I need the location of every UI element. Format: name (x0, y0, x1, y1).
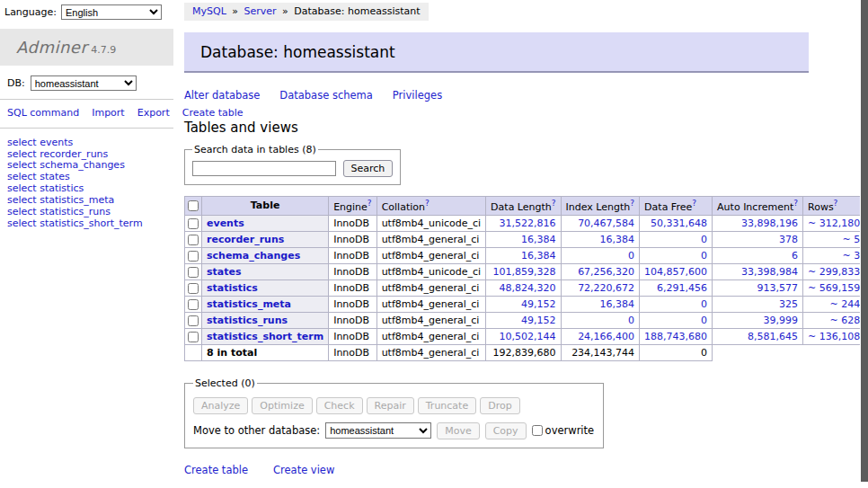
table-row: statistics_runsInnoDButf8mb4_general_ci4… (185, 312, 868, 328)
help-icon[interactable]: ? (692, 199, 696, 208)
truncate-button[interactable]: Truncate (418, 397, 476, 414)
tables-list-header: TableEngine?Collation?Data Length?Index … (185, 197, 868, 216)
analyze-button[interactable]: Analyze (193, 397, 248, 414)
selected-legend: Selected (0) (193, 377, 257, 389)
create-table-link[interactable]: Create table (184, 464, 248, 476)
engine-cell: InnoDB (329, 247, 376, 263)
db-select[interactable]: homeassistant (31, 75, 137, 91)
help-icon[interactable]: ? (425, 199, 430, 208)
table-row: recorder_runsInnoDButf8mb4_general_ci16,… (185, 231, 868, 247)
sidebar-select-table-link[interactable]: select events (7, 138, 170, 149)
help-icon[interactable]: ? (834, 199, 838, 208)
breadcrumb-separator: » (232, 5, 238, 17)
sidebar-select-table-link[interactable]: select statistics_short_term (7, 218, 170, 230)
collation-cell: utf8mb4_general_ci (376, 279, 485, 296)
search-input[interactable] (192, 161, 336, 176)
table-row: statisticsInnoDButf8mb4_general_ci48,824… (185, 279, 868, 296)
create-view-link[interactable]: Create view (273, 464, 334, 476)
column-header-auto-increment: Auto Increment? (713, 197, 803, 216)
table-name-cell: statistics_runs (202, 312, 329, 328)
move-row: Move to other database: homeassistant Mo… (193, 422, 594, 439)
collation-cell: utf8mb4_general_ci (376, 312, 485, 328)
move-database-select[interactable]: homeassistant (325, 422, 431, 439)
row-checkbox[interactable] (188, 267, 199, 278)
help-icon[interactable]: ? (552, 199, 556, 208)
table-name-link[interactable]: statistics_short_term (207, 331, 323, 342)
row-checkbox[interactable] (188, 218, 199, 229)
row-checkbox[interactable] (188, 299, 199, 310)
table-name-cell: recorder_runs (202, 231, 329, 247)
breadcrumb-link-mysql[interactable]: MySQL (192, 5, 226, 17)
row-checkbox[interactable] (188, 332, 199, 342)
search-button[interactable]: Search (343, 160, 394, 177)
column-header-rows: Rows? (803, 197, 865, 216)
adminer-version: 4.7.9 (91, 44, 116, 56)
select-all-checkbox[interactable] (188, 200, 199, 211)
language-select[interactable]: English (61, 4, 162, 20)
adminer-logo: Adminer (16, 38, 87, 57)
table-name-link[interactable]: statistics_meta (207, 298, 291, 310)
overwrite-label: overwrite (532, 424, 595, 437)
db-selector-row: DB: homeassistant (0, 66, 173, 100)
search-fieldset: Search data in tables (8) Search (184, 144, 401, 185)
sidebar-link-import[interactable]: Import (92, 107, 125, 119)
table-name-link[interactable]: statistics (207, 282, 258, 294)
table-name-link[interactable]: schema_changes (207, 250, 300, 262)
row-checkbox[interactable] (188, 283, 199, 294)
engine-cell: InnoDB (329, 263, 376, 279)
collation-cell: utf8mb4_general_ci (376, 231, 485, 247)
breadcrumb-current: Database: homeassistant (294, 5, 420, 17)
database-schema-link[interactable]: Database schema (279, 89, 372, 102)
optimize-button[interactable]: Optimize (252, 397, 312, 414)
repair-button[interactable]: Repair (367, 397, 414, 414)
move-button[interactable]: Move (437, 422, 480, 439)
page-title: Database: homeassistant (184, 32, 809, 73)
check-button[interactable]: Check (316, 397, 363, 414)
help-icon[interactable]: ? (793, 199, 798, 208)
table-name-link[interactable]: states (207, 266, 242, 278)
search-legend: Search data in tables (8) (192, 144, 318, 155)
sidebar-link-export[interactable]: Export (137, 107, 170, 119)
row-checkbox[interactable] (188, 235, 199, 245)
table-row: eventsInnoDButf8mb4_unicode_ci31,522,816… (185, 215, 868, 231)
breadcrumb: MySQL » Server » Database: homeassistant (184, 3, 429, 21)
drop-button[interactable]: Drop (480, 397, 519, 414)
table-name-cell: statistics_short_term (202, 328, 329, 344)
table-total-row: 8 in totalInnoDButf8mb4_general_ci192,83… (185, 344, 868, 360)
sidebar-nav: SQL commandImportExportCreate table (0, 100, 173, 129)
tables-list: TableEngine?Collation?Data Length?Index … (184, 196, 868, 361)
table-name-link[interactable]: statistics_runs (207, 315, 288, 326)
sidebar: Language: English Adminer4.7.9 DB: homea… (0, 0, 173, 488)
engine-cell: InnoDB (329, 279, 376, 296)
sidebar-link-sql-command[interactable]: SQL command (7, 107, 79, 119)
table-name-cell: statistics (202, 279, 329, 296)
top-row: MySQL » Server » Database: homeassistant… (184, 0, 868, 21)
scrollbar-track[interactable] (860, 0, 868, 488)
column-header-data-length: Data Length? (486, 197, 561, 216)
help-icon[interactable]: ? (368, 199, 372, 208)
privileges-link[interactable]: Privileges (393, 89, 442, 102)
scrollbar-thumb[interactable] (861, 0, 868, 482)
total-label: 8 in total (202, 344, 329, 360)
table-row: statistics_short_termInnoDButf8mb4_gener… (185, 328, 868, 344)
sidebar-select-table-link[interactable]: select statistics_meta (7, 195, 170, 207)
selected-fieldset: Selected (0) AnalyzeOptimizeCheckRepairT… (184, 377, 604, 448)
table-name-link[interactable]: recorder_runs (207, 234, 284, 245)
app-header: Adminer4.7.9 (0, 29, 173, 66)
engine-cell: InnoDB (329, 312, 376, 328)
row-checkbox[interactable] (188, 251, 199, 262)
database-action-links: Alter databaseDatabase schemaPrivileges (184, 89, 868, 102)
help-icon[interactable]: ? (630, 199, 634, 208)
sidebar-select-table-link[interactable]: select statistics_runs (7, 207, 170, 218)
collation-cell: utf8mb4_general_ci (376, 247, 485, 263)
copy-button[interactable]: Copy (485, 422, 527, 439)
collation-cell: utf8mb4_unicode_ci (376, 263, 485, 279)
overwrite-checkbox[interactable] (532, 425, 543, 436)
column-header-data-free: Data Free? (640, 197, 713, 216)
move-label: Move to other database: (193, 424, 320, 437)
breadcrumb-link-server[interactable]: Server (244, 5, 277, 17)
selected-buttons-row: AnalyzeOptimizeCheckRepairTruncateDrop (193, 397, 594, 414)
row-checkbox[interactable] (188, 315, 199, 326)
alter-database-link[interactable]: Alter database (184, 89, 260, 102)
table-name-link[interactable]: events (207, 217, 244, 229)
